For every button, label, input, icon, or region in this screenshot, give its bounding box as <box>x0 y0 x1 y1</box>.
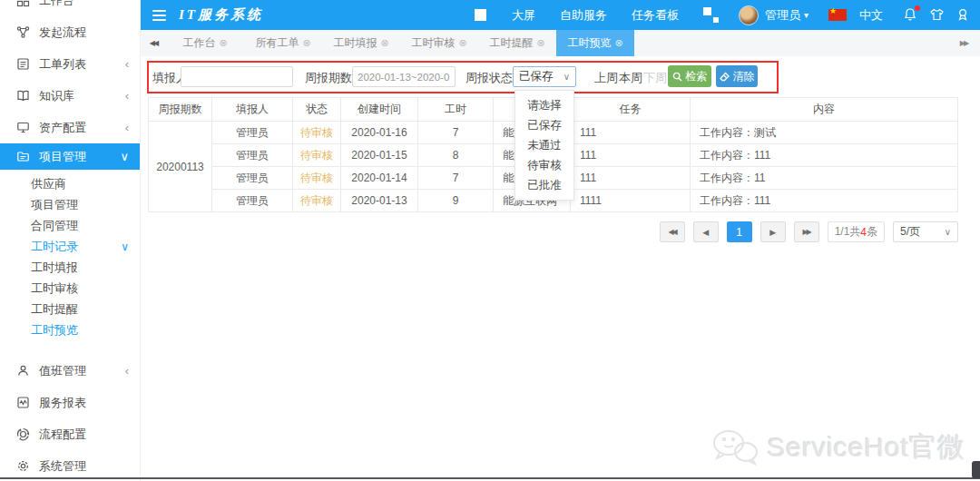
period-input[interactable] <box>352 66 456 87</box>
sidebar-item-asset-config[interactable]: 资产配置 ‹ <box>0 112 140 143</box>
sidebar-subitem-worktime-preview[interactable]: 工时预览 <box>0 319 140 340</box>
sidebar-item-label: 工时审核 <box>31 280 78 297</box>
eraser-icon <box>720 72 730 82</box>
task-cell: 111 <box>571 144 691 167</box>
username[interactable]: 管理员 <box>765 7 800 24</box>
sidebar-item-project-management[interactable]: 项目管理 ∨ <box>0 143 140 170</box>
topbar-link-selfservice[interactable]: 自助服务 <box>560 7 607 24</box>
created-cell: 2020-01-15 <box>341 144 418 167</box>
tab-label: 工时审核 <box>411 35 455 51</box>
sidebar-item-label: 系统管理 <box>39 458 129 475</box>
tab-worktime-remind[interactable]: 工时提醒⊗ <box>478 30 556 56</box>
dropdown-option-not-passed[interactable]: 未通过 <box>515 135 573 155</box>
tab-all-tickets[interactable]: 所有工单⊗ <box>244 30 322 56</box>
this-week-link[interactable]: 本周 <box>619 70 642 86</box>
clear-button[interactable]: 清除 <box>716 65 758 87</box>
task-cell: 111 <box>571 167 691 190</box>
dashboard-grid-icon <box>16 0 30 7</box>
first-page-button[interactable]: ◀◀ <box>660 221 685 242</box>
sidebar-item-service-report[interactable]: 服务报表 <box>0 387 140 418</box>
close-icon[interactable]: ⊗ <box>219 37 227 49</box>
corner-blob <box>972 461 980 478</box>
tab-worktime-preview[interactable]: 工时预览⊗ <box>556 30 634 56</box>
bell-icon[interactable] <box>903 7 918 23</box>
page-size-value: 5/页 <box>900 224 920 240</box>
tab-worktime-fill[interactable]: 工时填报⊗ <box>322 30 400 56</box>
status-label: 周报状态: <box>466 70 516 86</box>
sidebar: 工作台 发起流程 工单列表 ‹ 知识库 ‹ 资产配置 ‹ 项目管理 ∨ 供应商 <box>0 0 141 481</box>
record-count: 4 <box>860 226 867 239</box>
sidebar-item-start-process[interactable]: 发起流程 <box>0 16 140 48</box>
created-cell: 2020-01-14 <box>341 167 418 190</box>
language-switcher[interactable]: 中文 <box>859 7 883 24</box>
last-page-button[interactable]: ▶▶ <box>794 221 819 242</box>
dropdown-option-saved[interactable]: 已保存 <box>515 115 573 135</box>
sidebar-item-knowledge-base[interactable]: 知识库 ‹ <box>0 80 140 112</box>
page-size-select[interactable]: 5/页 ∨ <box>893 221 958 242</box>
medal-icon[interactable] <box>956 7 971 23</box>
sidebar-item-process-config[interactable]: 流程配置 <box>0 418 140 450</box>
dropdown-option-approved[interactable]: 已批准 <box>515 175 573 195</box>
pagination-info: 1/1共4条 <box>828 221 885 242</box>
bottom-divider <box>0 477 980 479</box>
close-icon[interactable]: ⊗ <box>614 37 622 49</box>
task-cell: 1111 <box>571 190 691 212</box>
status-dropdown: 请选择 已保存 未通过 待审核 已批准 <box>514 90 574 201</box>
hours-cell: 7 <box>418 122 494 144</box>
flag-icon[interactable]: ★ <box>828 9 847 21</box>
watermark-text: ServiceHot官微 <box>767 429 965 466</box>
status-cell: 待审核 <box>293 190 341 212</box>
reporter-input[interactable] <box>181 66 293 87</box>
next-page-button[interactable]: ▶ <box>760 221 786 242</box>
fullscreen-icon[interactable] <box>475 9 486 21</box>
topbar-link-taskboard[interactable]: 任务看板 <box>632 7 679 24</box>
sidebar-item-ticket-list[interactable]: 工单列表 ‹ <box>0 48 140 80</box>
sidebar-item-label: 工时记录 <box>31 239 78 255</box>
hours-cell: 9 <box>418 190 494 212</box>
col-task: 任务 <box>571 98 691 122</box>
tab-workbench[interactable]: 工作台⊗ <box>166 30 244 56</box>
prev-page-button[interactable]: ◀ <box>693 221 719 242</box>
tabs-scroll-right-icon[interactable]: ▶▶ <box>947 30 980 56</box>
close-icon[interactable]: ⊗ <box>302 37 310 49</box>
search-button[interactable]: 检索 <box>668 65 711 87</box>
dropdown-option-please-select[interactable]: 请选择 <box>515 95 573 115</box>
sidebar-subitem-worktime-record[interactable]: 工时记录 ∨ <box>0 236 140 257</box>
watermark: ServiceHot官微 <box>709 427 965 468</box>
sidebar-subitem-worktime-remind[interactable]: 工时提醒 <box>0 299 140 319</box>
hamburger-menu-icon[interactable] <box>152 7 166 24</box>
col-status: 状态 <box>293 98 341 122</box>
close-icon[interactable]: ⊗ <box>380 37 388 49</box>
tabs-scroll-left-icon[interactable]: ◀◀ <box>141 30 166 56</box>
sidebar-item-label: 知识库 <box>39 88 125 104</box>
topbar-link-bigscreen[interactable]: 大屏 <box>512 7 535 24</box>
close-icon[interactable]: ⊗ <box>536 37 544 49</box>
content-cell: 工作内容：111 <box>691 144 958 167</box>
status-cell: 待审核 <box>293 167 341 190</box>
last-week-link[interactable]: 上周 <box>594 70 618 86</box>
sidebar-subitem-supplier[interactable]: 供应商 <box>0 173 140 194</box>
sidebar-subitem-worktime-fill[interactable]: 工时填报 <box>0 257 140 278</box>
reporter-cell: 管理员 <box>212 167 293 190</box>
col-period: 周报期数 <box>149 98 212 122</box>
next-week-link[interactable]: 下周 <box>643 70 667 86</box>
apps-grid-icon[interactable] <box>703 7 719 23</box>
sidebar-subitem-project-management[interactable]: 项目管理 <box>0 194 140 215</box>
close-icon[interactable]: ⊗ <box>458 37 466 49</box>
app-title: IT服务系统 <box>179 6 263 24</box>
sidebar-item-workbench[interactable]: 工作台 <box>0 0 140 16</box>
theme-shirt-icon[interactable] <box>929 7 945 23</box>
current-page-button[interactable]: 1 <box>727 221 752 242</box>
wechat-logo-icon <box>709 427 761 468</box>
chevron-down-icon[interactable]: ▾ <box>804 10 808 20</box>
sidebar-subitem-contract-management[interactable]: 合同管理 <box>0 215 140 236</box>
status-select[interactable]: 已保存 ∨ <box>513 66 576 87</box>
sidebar-item-system-management[interactable]: 系统管理 <box>0 450 140 481</box>
col-reporter: 填报人 <box>212 98 293 122</box>
flow-icon <box>16 25 30 39</box>
sidebar-subitem-worktime-review[interactable]: 工时审核 <box>0 278 140 299</box>
sidebar-item-duty-management[interactable]: 值班管理 ‹ <box>0 355 140 387</box>
dropdown-option-pending-review[interactable]: 待审核 <box>515 155 573 175</box>
avatar[interactable] <box>739 5 759 25</box>
tab-worktime-review[interactable]: 工时审核⊗ <box>400 30 478 56</box>
